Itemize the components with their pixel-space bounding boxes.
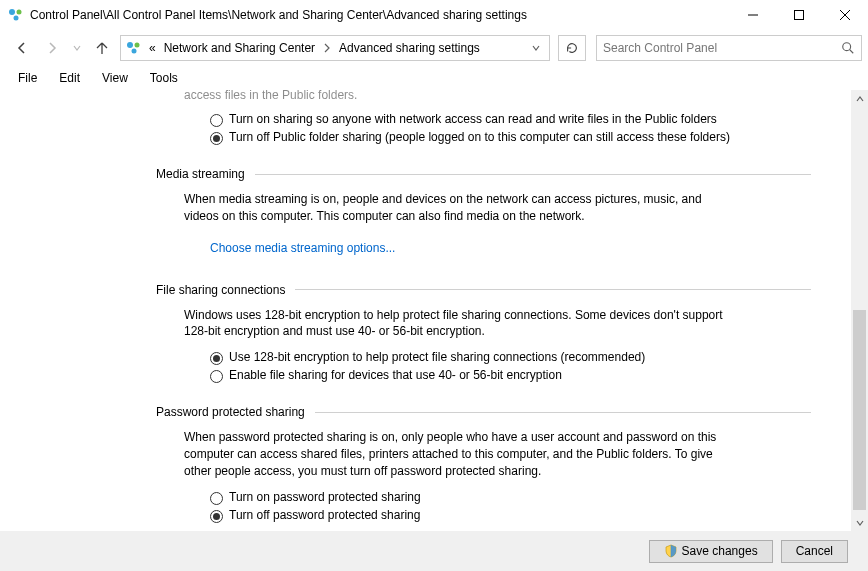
forward-button[interactable] <box>40 36 64 60</box>
svg-point-1 <box>17 10 22 15</box>
radio-icon[interactable] <box>210 352 223 365</box>
divider <box>295 289 811 290</box>
radio-icon[interactable] <box>210 510 223 523</box>
encryption-desc: Windows uses 128-bit encryption to help … <box>184 307 724 341</box>
cancel-button[interactable]: Cancel <box>781 540 848 563</box>
svg-line-11 <box>850 50 854 54</box>
password-desc: When password protected sharing is on, o… <box>184 429 724 479</box>
close-button[interactable] <box>822 0 868 30</box>
radio-label: Use 128-bit encryption to help protect f… <box>229 350 645 364</box>
window-title: Control Panel\All Control Panel Items\Ne… <box>30 8 527 22</box>
media-streaming-options-link[interactable]: Choose media streaming options... <box>210 241 395 255</box>
up-button[interactable] <box>90 36 114 60</box>
window-controls <box>730 0 868 30</box>
radio-label: Enable file sharing for devices that use… <box>229 368 562 382</box>
svg-point-2 <box>14 16 19 21</box>
recent-locations-dropdown[interactable] <box>70 36 84 60</box>
search-icon[interactable] <box>841 41 855 55</box>
button-label: Cancel <box>796 544 833 558</box>
radio-label: Turn on sharing so anyone with network a… <box>229 112 717 126</box>
address-bar[interactable]: « Network and Sharing Center Advanced sh… <box>120 35 550 61</box>
section-title: File sharing connections <box>156 283 285 297</box>
shield-icon <box>664 544 678 558</box>
breadcrumb-part[interactable]: Advanced sharing settings <box>337 41 482 55</box>
settings-panel: access files in the Public folders. Turn… <box>0 90 851 531</box>
nav-row: « Network and Sharing Center Advanced sh… <box>0 30 868 66</box>
scroll-down-icon[interactable] <box>851 514 868 531</box>
radio-label: Turn on password protected sharing <box>229 490 421 504</box>
svg-point-0 <box>9 9 15 15</box>
radio-icon[interactable] <box>210 114 223 127</box>
content-area: access files in the Public folders. Turn… <box>0 90 868 531</box>
breadcrumb-prefix[interactable]: « <box>147 41 158 55</box>
minimize-button[interactable] <box>730 0 776 30</box>
section-title: Media streaming <box>156 167 245 181</box>
public-sharing-off-option[interactable]: Turn off Public folder sharing (people l… <box>210 130 750 145</box>
button-label: Save changes <box>682 544 758 558</box>
menu-bar: File Edit View Tools <box>0 66 868 90</box>
svg-point-7 <box>127 42 133 48</box>
menu-view[interactable]: View <box>92 69 138 87</box>
media-streaming-desc: When media streaming is on, people and d… <box>184 191 724 225</box>
media-streaming-header: Media streaming <box>156 167 811 181</box>
back-button[interactable] <box>10 36 34 60</box>
svg-point-10 <box>843 43 851 51</box>
scroll-up-icon[interactable] <box>851 90 868 107</box>
public-sharing-on-option[interactable]: Turn on sharing so anyone with network a… <box>210 112 750 127</box>
password-sharing-on-option[interactable]: Turn on password protected sharing <box>210 490 750 505</box>
scrollbar-thumb[interactable] <box>853 310 866 510</box>
encryption-128bit-option[interactable]: Use 128-bit encryption to help protect f… <box>210 350 750 365</box>
radio-icon[interactable] <box>210 370 223 383</box>
refresh-button[interactable] <box>558 35 586 61</box>
search-input[interactable] <box>603 41 841 55</box>
svg-rect-4 <box>795 11 804 20</box>
password-protected-sharing-header: Password protected sharing <box>156 405 811 419</box>
section-title: Password protected sharing <box>156 405 305 419</box>
chevron-right-icon[interactable] <box>321 43 333 53</box>
menu-file[interactable]: File <box>8 69 47 87</box>
network-sharing-icon <box>8 7 24 23</box>
search-box[interactable] <box>596 35 862 61</box>
titlebar: Control Panel\All Control Panel Items\Ne… <box>0 0 868 30</box>
save-changes-button[interactable]: Save changes <box>649 540 773 563</box>
truncated-text: access files in the Public folders. <box>184 90 811 102</box>
address-dropdown-icon[interactable] <box>527 43 545 53</box>
footer: Save changes Cancel <box>0 531 868 571</box>
radio-label: Turn off password protected sharing <box>229 508 420 522</box>
svg-point-8 <box>135 43 140 48</box>
menu-tools[interactable]: Tools <box>140 69 188 87</box>
radio-icon[interactable] <box>210 492 223 505</box>
vertical-scrollbar[interactable] <box>851 90 868 531</box>
divider <box>255 174 811 175</box>
file-sharing-connections-header: File sharing connections <box>156 283 811 297</box>
password-sharing-off-option[interactable]: Turn off password protected sharing <box>210 508 750 523</box>
network-sharing-icon <box>125 39 143 57</box>
menu-edit[interactable]: Edit <box>49 69 90 87</box>
svg-point-9 <box>132 49 137 54</box>
radio-icon[interactable] <box>210 132 223 145</box>
maximize-button[interactable] <box>776 0 822 30</box>
radio-label: Turn off Public folder sharing (people l… <box>229 130 730 144</box>
encryption-4056bit-option[interactable]: Enable file sharing for devices that use… <box>210 368 750 383</box>
breadcrumb-part[interactable]: Network and Sharing Center <box>162 41 317 55</box>
divider <box>315 412 811 413</box>
